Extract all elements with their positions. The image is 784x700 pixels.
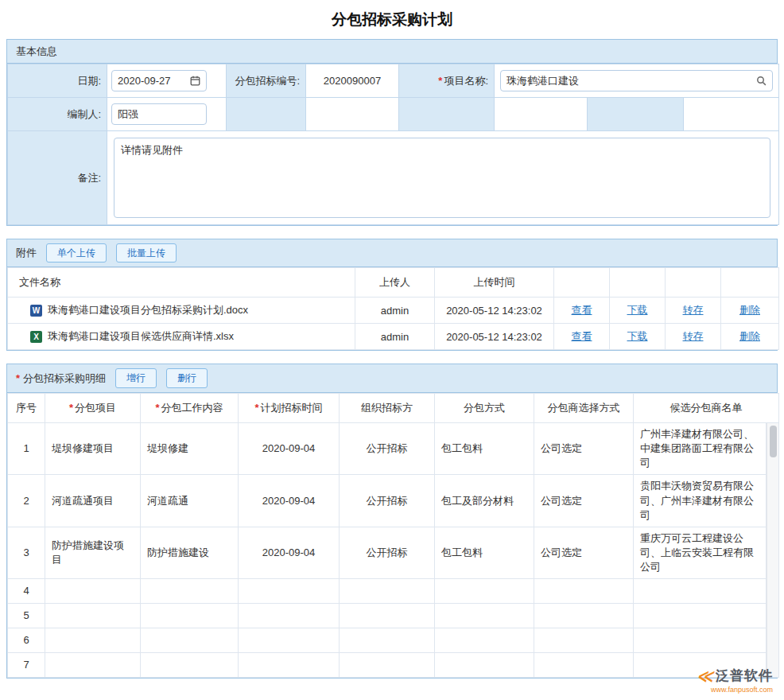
bid-organizer-cell[interactable]: 公开招标 xyxy=(340,422,435,475)
planned-bid-time-cell[interactable]: 2020-09-04 xyxy=(239,527,340,579)
empty-value-cell xyxy=(495,98,588,131)
selection-method-cell[interactable]: 公司选定 xyxy=(534,422,634,475)
page-title: 分包招标采购计划 xyxy=(0,0,784,39)
col-uploader: 上传人 xyxy=(355,268,435,298)
download-link[interactable]: 下载 xyxy=(627,330,648,342)
subcontract-method-cell[interactable]: 包工及部分材料 xyxy=(435,475,534,527)
transfer-link[interactable]: 转存 xyxy=(683,304,704,316)
work-content-cell[interactable]: 河道疏通 xyxy=(141,475,239,527)
work-content-cell[interactable] xyxy=(141,604,239,628)
delete-row-button[interactable]: 删行 xyxy=(166,368,208,387)
subcontract-method-cell[interactable] xyxy=(435,579,534,604)
subcontract-method-cell[interactable] xyxy=(435,653,534,678)
subcontract-method-cell[interactable]: 包工包料 xyxy=(435,527,534,579)
bid-organizer-cell[interactable] xyxy=(340,653,435,678)
selection-method-cell[interactable] xyxy=(534,604,634,628)
remarks-textarea[interactable]: 详情请见附件 xyxy=(114,138,770,218)
selection-method-cell[interactable]: 公司选定 xyxy=(534,475,634,527)
subcontract-project-cell[interactable]: 堤坝修建项目 xyxy=(45,422,141,475)
date-input[interactable]: 2020-09-27 xyxy=(111,70,207,91)
subcontract-project-cell[interactable] xyxy=(45,579,141,604)
required-mark: * xyxy=(155,402,159,414)
detail-col-label: 计划招标时间 xyxy=(261,402,323,414)
row-no[interactable]: 3 xyxy=(8,527,45,579)
bid-organizer-cell[interactable] xyxy=(340,604,435,628)
required-mark: * xyxy=(438,75,442,87)
selection-method-cell[interactable] xyxy=(534,628,634,653)
action-cell: 查看 xyxy=(554,298,610,324)
attachments-table: 文件名称 上传人 上传时间 W珠海鹤港口建设项目分包招标采购计划.docxadm… xyxy=(7,267,779,350)
col-action xyxy=(554,268,610,298)
search-icon[interactable] xyxy=(756,76,767,86)
candidate-list-cell[interactable] xyxy=(634,628,767,653)
bid-organizer-cell[interactable] xyxy=(340,628,435,653)
candidate-list-cell[interactable]: 广州丰泽建材有限公司、中建集团路面工程有限公司 xyxy=(634,422,767,475)
work-content-cell[interactable] xyxy=(141,579,239,604)
attachment-row: X珠海鹤港口建设项目候选供应商详情.xlsxadmin2020-05-12 14… xyxy=(8,324,779,350)
subcontract-method-cell[interactable] xyxy=(435,628,534,653)
subcontract-method-cell[interactable]: 包工包料 xyxy=(435,422,534,475)
subcontract-project-cell[interactable] xyxy=(45,628,141,653)
bid-organizer-cell[interactable]: 公开招标 xyxy=(340,475,435,527)
excel-file-icon: X xyxy=(30,331,42,343)
candidate-list-cell[interactable] xyxy=(634,604,767,628)
detail-row: 4 xyxy=(8,579,779,604)
row-no[interactable]: 1 xyxy=(8,422,45,475)
planned-bid-time-cell[interactable] xyxy=(239,579,340,604)
row-no[interactable]: 5 xyxy=(8,604,45,628)
date-value: 2020-09-27 xyxy=(118,75,171,87)
planned-bid-time-cell[interactable]: 2020-09-04 xyxy=(239,422,340,475)
planned-bid-time-cell[interactable] xyxy=(239,604,340,628)
selection-method-cell[interactable]: 公司选定 xyxy=(534,527,634,579)
compiler-input[interactable]: 阳强 xyxy=(111,103,207,125)
work-content-cell[interactable] xyxy=(141,628,239,653)
row-no[interactable]: 7 xyxy=(8,653,45,678)
transfer-link[interactable]: 转存 xyxy=(683,330,704,342)
attachments-header: 附件 单个上传 批量上传 xyxy=(7,239,777,267)
subcontract-project-cell[interactable]: 河道疏通项目 xyxy=(45,475,141,527)
calendar-icon[interactable] xyxy=(190,76,200,86)
table-scrollbar[interactable] xyxy=(767,422,779,678)
attachment-file-cell: X珠海鹤港口建设项目候选供应商详情.xlsx xyxy=(8,324,355,350)
subcontract-project-cell[interactable] xyxy=(45,653,141,678)
row-no[interactable]: 4 xyxy=(8,579,45,604)
attachment-time: 2020-05-12 14:23:02 xyxy=(435,324,554,350)
scrollbar-thumb[interactable] xyxy=(770,426,777,457)
attachment-uploader: admin xyxy=(355,298,435,324)
view-link[interactable]: 查看 xyxy=(572,330,592,342)
row-no[interactable]: 2 xyxy=(8,475,45,527)
batch-upload-button[interactable]: 批量上传 xyxy=(116,243,177,262)
work-content-cell[interactable] xyxy=(141,653,239,678)
detail-table-wrap: 序号*分包项目*分包工作内容*计划招标时间组织招标方分包方式分包商选择方式候选分… xyxy=(7,393,777,679)
bid-organizer-cell[interactable]: 公开招标 xyxy=(340,527,435,579)
work-content-cell[interactable]: 堤坝修建 xyxy=(141,422,239,475)
delete-link[interactable]: 删除 xyxy=(739,330,760,342)
attachment-file-cell: W珠海鹤港口建设项目分包招标采购计划.docx xyxy=(8,298,355,324)
bid-organizer-cell[interactable] xyxy=(340,579,435,604)
delete-link[interactable]: 删除 xyxy=(739,304,760,316)
planned-bid-time-cell[interactable] xyxy=(239,653,340,678)
single-upload-button[interactable]: 单个上传 xyxy=(46,243,107,262)
subcontract-method-cell[interactable] xyxy=(435,604,534,628)
selection-method-cell[interactable] xyxy=(534,579,634,604)
attachments-header-row: 文件名称 上传人 上传时间 xyxy=(8,268,779,298)
planned-bid-time-cell[interactable]: 2020-09-04 xyxy=(239,475,340,527)
download-link[interactable]: 下载 xyxy=(627,304,648,316)
work-content-cell[interactable]: 防护措施建设 xyxy=(141,527,239,579)
candidate-list-cell[interactable] xyxy=(634,579,767,604)
project-name-input[interactable]: 珠海鹤港口建设 xyxy=(500,70,773,91)
subcontract-project-cell[interactable]: 防护措施建设项目 xyxy=(45,527,141,579)
detail-row: 1堤坝修建项目堤坝修建2020-09-04公开招标包工包料公司选定广州丰泽建材有… xyxy=(8,422,779,475)
scrollbar-track[interactable] xyxy=(767,423,778,678)
detail-col-label: 组织招标方 xyxy=(361,402,413,414)
selection-method-cell[interactable] xyxy=(534,653,634,678)
candidate-list-cell[interactable]: 贵阳丰沃物资贸易有限公司、广州丰泽建材有限公司 xyxy=(634,475,767,527)
candidate-list-cell[interactable]: 重庆万可云工程建设公司、上临云安装工程有限公司 xyxy=(634,527,767,579)
planned-bid-time-cell[interactable] xyxy=(239,628,340,653)
detail-col-6: 分包商选择方式 xyxy=(534,393,634,422)
row-no[interactable]: 6 xyxy=(8,628,45,653)
subcontract-project-cell[interactable] xyxy=(45,604,141,628)
view-link[interactable]: 查看 xyxy=(572,304,592,316)
add-row-button[interactable]: 增行 xyxy=(115,368,157,387)
fanpu-logo: ≪ 泛普软件 www.fanpusoft.com xyxy=(697,667,773,694)
